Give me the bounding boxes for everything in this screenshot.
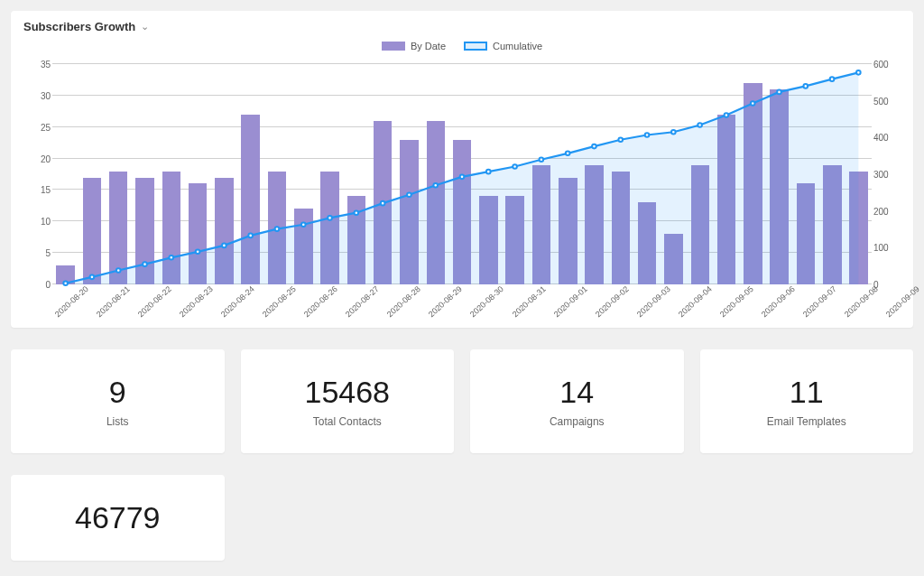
svg-point-21 — [618, 137, 623, 142]
chart-header[interactable]: Subscribers Growth ⌄ — [23, 20, 901, 33]
svg-point-28 — [803, 84, 808, 88]
stat-campaigns[interactable]: 14 Campaigns — [470, 349, 684, 453]
legend-swatch-bar — [382, 42, 405, 51]
svg-point-20 — [592, 144, 596, 149]
svg-point-13 — [407, 192, 411, 197]
svg-point-3 — [143, 262, 147, 266]
chart-line-layer — [52, 64, 872, 284]
svg-point-18 — [540, 157, 544, 162]
svg-point-9 — [301, 222, 306, 227]
svg-point-10 — [328, 216, 332, 220]
stat-value: 15468 — [252, 375, 444, 410]
stat-email-templates[interactable]: 11 Email Templates — [700, 349, 914, 453]
svg-point-12 — [381, 201, 385, 206]
svg-point-4 — [170, 255, 174, 260]
y-axis-left: 05101520253035 — [23, 64, 51, 284]
stats-row-2: 46779 — [11, 475, 913, 561]
legend-label: By Date — [411, 41, 446, 51]
stat-label: Lists — [22, 415, 214, 428]
svg-point-1 — [90, 275, 95, 280]
svg-point-15 — [460, 175, 465, 180]
svg-point-19 — [566, 152, 570, 156]
legend-swatch-line — [464, 42, 487, 51]
chart-card: Subscribers Growth ⌄ By Date Cumulative … — [11, 11, 913, 328]
stat-label: Email Templates — [711, 415, 903, 428]
svg-point-26 — [751, 101, 755, 106]
stat-extra-1[interactable]: 46779 — [11, 475, 225, 561]
svg-point-6 — [222, 244, 226, 248]
stat-label: Campaigns — [481, 415, 673, 428]
stat-lists[interactable]: 9 Lists — [11, 349, 225, 453]
svg-point-17 — [513, 164, 517, 169]
svg-point-11 — [355, 210, 359, 215]
legend-by-date[interactable]: By Date — [382, 41, 446, 51]
chevron-down-icon: ⌄ — [141, 21, 149, 33]
svg-point-16 — [486, 170, 491, 174]
stat-value: 14 — [481, 375, 673, 410]
svg-point-23 — [671, 130, 676, 135]
svg-point-14 — [433, 183, 438, 188]
svg-point-29 — [830, 77, 835, 81]
y-axis-right: 0100200300400500600 — [873, 64, 901, 284]
svg-point-7 — [248, 234, 253, 238]
svg-point-22 — [645, 133, 650, 137]
stat-total-contacts[interactable]: 15468 Total Contacts — [241, 349, 455, 453]
svg-point-24 — [698, 123, 702, 127]
x-tick: 2020-09-09 — [884, 284, 924, 338]
chart-plot-area — [52, 64, 872, 284]
legend-label: Cumulative — [493, 41, 542, 51]
stat-value: 9 — [22, 375, 214, 410]
stat-label: Total Contacts — [252, 415, 444, 428]
stat-value: 11 — [711, 375, 903, 410]
chart-title: Subscribers Growth — [23, 20, 135, 33]
svg-point-25 — [725, 113, 729, 117]
svg-point-27 — [777, 90, 781, 95]
stat-value: 46779 — [22, 500, 214, 535]
svg-point-30 — [856, 70, 861, 75]
svg-point-2 — [116, 268, 121, 273]
chart-canvas: 05101520253035 0100200300400500600 2020-… — [23, 57, 901, 319]
chart-legend: By Date Cumulative — [23, 41, 901, 51]
legend-cumulative[interactable]: Cumulative — [464, 41, 542, 51]
stats-row: 9 Lists 15468 Total Contacts 14 Campaign… — [11, 349, 913, 453]
x-axis: 2020-08-202020-08-212020-08-222020-08-23… — [52, 284, 872, 319]
svg-point-8 — [275, 227, 280, 231]
svg-point-5 — [196, 250, 200, 255]
